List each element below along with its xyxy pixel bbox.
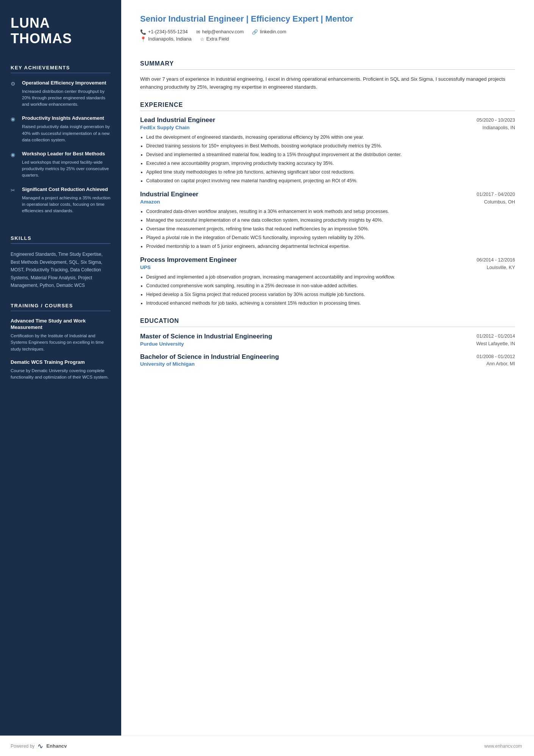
achievements-title: KEY ACHIEVEMENTS	[11, 65, 111, 73]
achievement-item: ◉ Workshop Leader for Best Methods Led w…	[11, 151, 111, 179]
training-desc: Certification by the Institute of Indust…	[11, 333, 111, 352]
exp-company: FedEx Supply Chain	[140, 125, 190, 130]
edu-date: 01/2008 - 01/2012	[477, 353, 515, 359]
experience-entry: Industrial Engineer 01/2017 - 04/2020 Am…	[140, 191, 515, 250]
achievement-content: Significant Cost Reduction Achieved Mana…	[22, 186, 111, 214]
achievement-icon: ⚙	[11, 81, 18, 87]
main-header: Senior Industrial Engineer | Efficiency …	[140, 14, 515, 50]
training-section: TRAINING / COURSES Advanced Time Study a…	[11, 303, 111, 387]
achievements-section: KEY ACHIEVEMENTS ⚙ Operational Efficienc…	[11, 65, 111, 222]
skills-text: Engineered Standards, Time Study Experti…	[11, 250, 111, 289]
education-section: EDUCATION Master of Science in Industria…	[140, 318, 515, 366]
edu-school: University of Michigan	[140, 361, 195, 367]
star-icon: ☆	[200, 36, 205, 42]
training-item: Advanced Time Study and Work Measurement…	[11, 318, 111, 352]
achievement-item: ⚙ Operational Efficiency Improvement Inc…	[11, 80, 111, 108]
footer-left: Powered by ∿ Enhancv	[11, 742, 67, 750]
training-title: TRAINING / COURSES	[11, 303, 111, 311]
exp-job-title: Lead Industrial Engineer	[140, 116, 215, 124]
bullet: Coordinated data-driven workflow analyse…	[146, 208, 515, 215]
edu-degree: Master of Science in Industrial Engineer…	[140, 332, 272, 341]
skills-title: SKILLS	[11, 235, 111, 244]
exp-job-title: Process Improvement Engineer	[140, 256, 237, 264]
education-entry: Master of Science in Industrial Engineer…	[140, 332, 515, 346]
bullet: Introduced enhanced methods for job task…	[146, 299, 515, 307]
edu-school-row: University of Michigan Ann Arbor, MI	[140, 361, 515, 367]
exp-bullets: Designed and implemented a job observati…	[140, 273, 515, 307]
contact-row-2: 📍 Indianapolis, Indiana ☆ Extra Field	[140, 36, 515, 42]
training-desc: Course by Dematic University covering co…	[11, 368, 111, 381]
main-content: Senior Industrial Engineer | Efficiency …	[121, 0, 534, 736]
bullet: Oversaw time measurement projects, refin…	[146, 225, 515, 233]
candidate-name: LUNA THOMAS	[11, 15, 111, 47]
summary-text: With over 7 years of experience in indus…	[140, 75, 515, 91]
bullet: Designed and implemented a job observati…	[146, 273, 515, 281]
bullet: Devised and implemented a streamlined ma…	[146, 151, 515, 158]
footer: Powered by ∿ Enhancv www.enhancv.com	[0, 736, 534, 756]
sidebar: LUNA THOMAS KEY ACHIEVEMENTS ⚙ Operation…	[0, 0, 121, 736]
location-icon: 📍	[140, 36, 146, 42]
summary-title: SUMMARY	[140, 60, 515, 70]
exp-company-row: UPS Louisville, KY	[140, 265, 515, 270]
achievement-title: Workshop Leader for Best Methods	[22, 151, 111, 157]
achievement-desc: Raised productivity data insight generat…	[22, 124, 111, 143]
location-text: Indianapolis, Indiana	[148, 36, 192, 42]
achievement-desc: Managed a project achieving a 35% reduct…	[22, 195, 111, 214]
experience-list: Lead Industrial Engineer 05/2020 - 10/20…	[140, 116, 515, 307]
experience-title: EXPERIENCE	[140, 102, 515, 111]
phone-icon: 📞	[140, 29, 146, 35]
training-list: Advanced Time Study and Work Measurement…	[11, 318, 111, 380]
training-title: Dematic WCS Training Program	[11, 359, 111, 366]
education-entry: Bachelor of Science in Industrial Engine…	[140, 353, 515, 367]
achievement-item: ◉ Productivity Insights Advancement Rais…	[11, 115, 111, 143]
enhancv-logo-icon: ∿	[37, 742, 43, 750]
edu-date: 01/2012 - 01/2014	[477, 332, 515, 339]
achievement-content: Productivity Insights Advancement Raised…	[22, 115, 111, 143]
achievement-content: Workshop Leader for Best Methods Led wor…	[22, 151, 111, 179]
achievement-title: Productivity Insights Advancement	[22, 115, 111, 122]
contact-location: 📍 Indianapolis, Indiana	[140, 36, 192, 42]
exp-bullets: Coordinated data-driven workflow analyse…	[140, 208, 515, 250]
contact-phone: 📞 +1-(234)-555-1234	[140, 29, 188, 35]
main-title: Senior Industrial Engineer | Efficiency …	[140, 14, 515, 25]
achievements-list: ⚙ Operational Efficiency Improvement Inc…	[11, 80, 111, 214]
linkedin-text: linkedin.com	[260, 29, 286, 34]
brand-name: Enhancv	[46, 743, 67, 749]
edu-location: West Lafayette, IN	[476, 341, 515, 347]
exp-job-title: Industrial Engineer	[140, 191, 198, 198]
achievement-desc: Led workshops that improved facility-wid…	[22, 159, 111, 179]
exp-company-row: Amazon Columbus, OH	[140, 199, 515, 205]
education-list: Master of Science in Industrial Engineer…	[140, 332, 515, 366]
exp-company-row: FedEx Supply Chain Indianapolis, IN	[140, 125, 515, 130]
exp-location: Columbus, OH	[484, 199, 515, 205]
exp-bullets: Led the development of engineered standa…	[140, 133, 515, 185]
phone-text: +1-(234)-555-1234	[148, 29, 188, 34]
exp-location: Indianapolis, IN	[482, 125, 515, 130]
email-text: help@enhancv.com	[202, 29, 244, 34]
achievement-item: ✂ Significant Cost Reduction Achieved Ma…	[11, 186, 111, 214]
training-item: Dematic WCS Training Program Course by D…	[11, 359, 111, 380]
training-title: Advanced Time Study and Work Measurement	[11, 318, 111, 331]
bullet: Applied time study methodologies to refi…	[146, 168, 515, 176]
achievement-title: Operational Efficiency Improvement	[22, 80, 111, 86]
exp-company: Amazon	[140, 199, 160, 205]
bullet: Played a pivotal role in the integration…	[146, 234, 515, 241]
bullet: Conducted comprehensive work sampling, r…	[146, 282, 515, 290]
edu-school-row: Purdue University West Lafayette, IN	[140, 341, 515, 347]
edu-degree: Bachelor of Science in Industrial Engine…	[140, 353, 279, 361]
experience-section: EXPERIENCE Lead Industrial Engineer 05/2…	[140, 102, 515, 307]
bullet: Managed the successful implementation of…	[146, 216, 515, 224]
powered-by-label: Powered by	[11, 743, 34, 749]
edu-location: Ann Arbor, MI	[486, 361, 515, 367]
edu-header: Bachelor of Science in Industrial Engine…	[140, 353, 515, 361]
summary-section: SUMMARY With over 7 years of experience …	[140, 60, 515, 91]
exp-header: Process Improvement Engineer 06/2014 - 1…	[140, 256, 515, 264]
exp-date: 06/2014 - 12/2016	[477, 256, 515, 263]
contact-email: ✉ help@enhancv.com	[196, 29, 244, 35]
exp-header: Industrial Engineer 01/2017 - 04/2020	[140, 191, 515, 198]
linkedin-icon: 🔗	[252, 29, 258, 35]
exp-header: Lead Industrial Engineer 05/2020 - 10/20…	[140, 116, 515, 124]
contact-linkedin: 🔗 linkedin.com	[252, 29, 286, 35]
bullet: Helped develop a Six Sigma project that …	[146, 291, 515, 298]
experience-entry: Process Improvement Engineer 06/2014 - 1…	[140, 256, 515, 307]
